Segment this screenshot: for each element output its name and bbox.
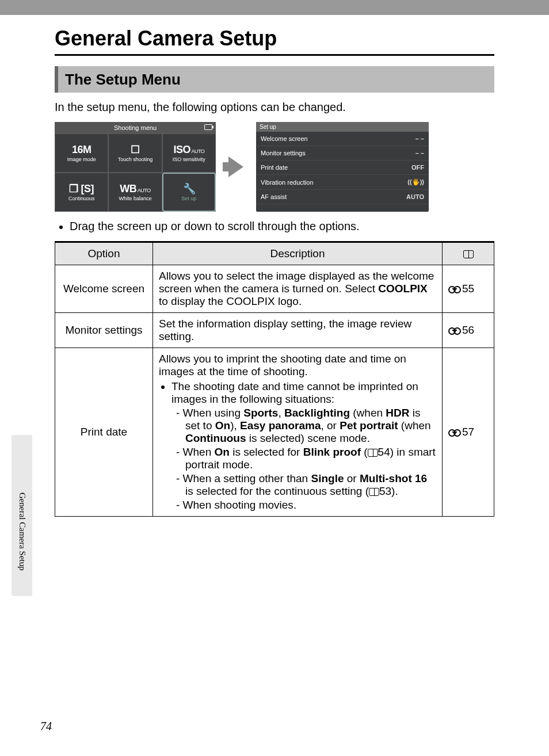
- lcd2-row-label: Vibration reduction: [261, 179, 314, 186]
- lcd-cell-label: Continuous: [68, 196, 95, 202]
- lcd2-row: AF assistAUTO: [256, 190, 429, 204]
- lcd2-title: Set up: [256, 122, 429, 132]
- th-option: Option: [55, 242, 153, 265]
- intro-text: In the setup menu, the following options…: [55, 101, 494, 114]
- lcd1-cell: WB AUTOWhite balance: [108, 173, 162, 212]
- side-tab: General Camera Setup: [12, 435, 32, 596]
- bullet-dot-icon: [59, 226, 63, 229]
- lcd2-row-label: Welcome screen: [261, 135, 308, 142]
- lcd-cell-label: White balance: [119, 196, 151, 202]
- ref-icon: [448, 327, 461, 334]
- page-title: General Camera Setup: [55, 26, 494, 56]
- th-reference: [443, 242, 494, 265]
- lcd2-row-value: ((🖐)): [407, 178, 424, 186]
- lcd2-row-label: Monitor settings: [261, 150, 306, 156]
- bullet-line: Drag the screen up or down to scroll thr…: [55, 220, 494, 233]
- lcd2-row-label: Print date: [261, 164, 288, 171]
- table-row: Monitor settingsSet the information disp…: [55, 313, 494, 348]
- cell-option: Monitor settings: [55, 313, 153, 348]
- cell-reference: 55: [443, 265, 494, 313]
- table-row: Print dateAllows you to imprint the shoo…: [55, 348, 494, 517]
- lcd2-row-value: – –: [415, 150, 424, 156]
- book-icon: [463, 250, 474, 258]
- lcd1-grid: 16MImage mode☐Touch shootingISO AUTOISO …: [55, 133, 216, 212]
- side-tab-label: General Camera Setup: [17, 492, 27, 571]
- lcd-cell-icon: 🔧: [183, 182, 196, 195]
- lcd2-row: Monitor settings– –: [256, 146, 429, 161]
- battery-icon: [204, 124, 212, 130]
- lcd2-row: Print dateOFF: [256, 161, 429, 175]
- lcd1-cell: 16MImage mode: [55, 133, 108, 173]
- cell-option: Welcome screen: [55, 265, 153, 313]
- page-number: 74: [40, 720, 52, 733]
- lcd-cell-label: Set up: [181, 196, 196, 202]
- cell-reference: 57: [443, 348, 494, 517]
- lcd2-row-value: AUTO: [406, 193, 424, 200]
- lcd-cell-icon: 16M: [72, 144, 92, 156]
- lcd-cell-label: ISO sensitivity: [173, 157, 205, 163]
- ref-icon: [448, 429, 461, 436]
- lcd-cell-icon: ☐: [131, 143, 140, 156]
- cell-reference: 56: [443, 313, 494, 348]
- lcd1-cell: 🔧Set up: [162, 173, 216, 212]
- lcd2-row-value: OFF: [411, 164, 424, 171]
- lcd2-row-label: AF assist: [261, 193, 287, 200]
- lcd-cell-label: Image mode: [67, 157, 96, 163]
- th-description: Description: [153, 242, 443, 265]
- cell-option: Print date: [55, 348, 153, 517]
- shooting-menu-lcd: Shooting menu 16MImage mode☐Touch shooti…: [55, 122, 216, 212]
- lcd2-row: Vibration reduction((🖐)): [256, 175, 429, 190]
- lcd-cell-label: Touch shooting: [118, 157, 153, 163]
- screenshots-row: Shooting menu 16MImage mode☐Touch shooti…: [55, 122, 494, 212]
- section-title: The Setup Menu: [65, 71, 181, 89]
- section-band: The Setup Menu: [55, 66, 494, 93]
- lcd1-title-bar: Shooting menu: [55, 122, 216, 133]
- lcd-cell-icon: WB AUTO: [120, 183, 150, 195]
- cell-description: Set the information display setting, the…: [153, 313, 443, 348]
- lcd2-rows: Welcome screen– –Monitor settings– –Prin…: [256, 132, 429, 204]
- lcd-cell-icon: ISO AUTO: [173, 144, 204, 156]
- lcd1-title: Shooting menu: [114, 124, 157, 131]
- lcd1-cell: ISO AUTOISO sensitivity: [162, 133, 216, 173]
- table-row: Welcome screenAllows you to select the i…: [55, 265, 494, 313]
- lcd1-cell: ❐ [S]Continuous: [55, 173, 108, 212]
- setup-menu-lcd: Set up Welcome screen– –Monitor settings…: [256, 122, 429, 212]
- lcd2-row-value: – –: [415, 135, 424, 142]
- lcd2-row: Welcome screen– –: [256, 132, 429, 146]
- lcd1-cell: ☐Touch shooting: [108, 133, 162, 173]
- arrow-right-icon: [228, 156, 243, 177]
- cell-description: Allows you to select the image displayed…: [153, 265, 443, 313]
- options-table: Option Description Welcome screenAllows …: [55, 241, 494, 517]
- cell-description: Allows you to imprint the shooting date …: [153, 348, 443, 517]
- bullet-text: Drag the screen up or down to scroll thr…: [70, 220, 360, 233]
- lcd-cell-icon: ❐ [S]: [69, 182, 94, 195]
- ref-icon: [448, 286, 461, 293]
